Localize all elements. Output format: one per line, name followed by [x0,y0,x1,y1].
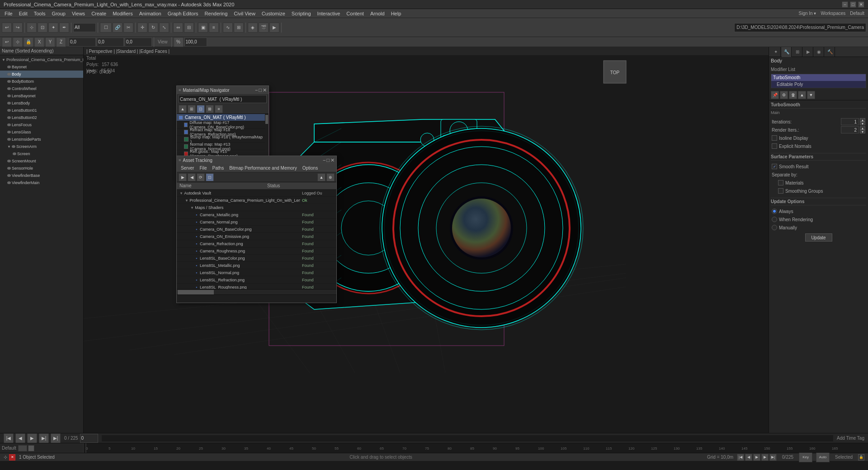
lasso-button[interactable]: ✦ [48,23,58,33]
sign-in[interactable]: Sign In ▾ [797,11,818,16]
asset-row-maps[interactable]: ▼ Maps / Shaders [177,204,336,211]
tb2-btn3[interactable]: 🔒 [24,37,33,47]
next-frame-button[interactable]: ▶| [39,433,49,443]
menu-file[interactable]: File [2,10,15,17]
scale-input[interactable] [184,38,207,47]
asset-menu-server[interactable]: Server [179,165,196,171]
auto-key-btn[interactable]: Auto [816,452,830,462]
rp-tab-modify[interactable]: 🔧 [782,47,792,57]
rp-tab-motion[interactable]: ▶ [803,47,813,57]
explicit-checkbox[interactable] [772,143,777,149]
update-button[interactable]: Update [805,233,832,242]
default-workspace[interactable]: Default [848,11,866,16]
prev-frame-button[interactable]: ◀ [15,433,25,443]
iterations-value[interactable]: 1 [841,118,859,125]
asset-close-button[interactable]: ✕ [330,157,335,163]
asset-row-6[interactable]: ▪ Lens8SL_BaseColor.png Found [177,255,336,262]
rp-tab-create[interactable]: ✦ [771,47,781,57]
playback-btn4[interactable]: ▶ [761,454,769,461]
rp-tab-utilities[interactable]: 🔨 [825,47,835,57]
tree-item-bodybottom[interactable]: BodyBottom [0,78,83,85]
menu-interactive[interactable]: Interactive [315,10,343,17]
nav-btn-2[interactable]: ⊞ [188,105,196,113]
close-selection-btn[interactable]: ✕ [9,454,15,461]
riters-down-btn[interactable]: ▼ [860,130,865,133]
go-end-button[interactable]: ▶| [51,433,61,443]
iter-down-btn[interactable]: ▼ [860,122,865,125]
menu-scripting[interactable]: Scripting [289,10,314,17]
tree-item-screenarm[interactable]: ▼ ScreenArm [0,143,83,150]
nav-btn-4[interactable]: ⊠ [206,105,214,113]
mirror-button[interactable]: ⇔ [173,23,183,33]
when-rendering-radio[interactable] [772,217,777,222]
tree-item-lensinsideparts[interactable]: LensInsideParts [0,136,83,143]
tb2-btn5[interactable]: Y [45,37,55,47]
menu-views[interactable]: Views [69,10,88,17]
nav-btn-5[interactable]: ≡ [215,105,223,113]
maximize-dialog-button[interactable]: □ [259,87,262,93]
smooth-result-checkbox[interactable] [772,164,777,169]
tree-item-viewfinderbase[interactable]: ViewfinderBase [0,172,83,179]
tree-item-bayonet[interactable]: Bayonet [0,63,83,71]
asset-menu-paths[interactable]: Paths [210,165,226,171]
z-coord[interactable] [125,38,152,47]
manually-radio[interactable] [772,225,777,230]
align-button[interactable]: ⊟ [184,23,194,33]
asset-row-10[interactable]: ▪ Lens8SL_Roughness.png Found [177,284,336,289]
iter-up-btn[interactable]: ▲ [860,118,865,122]
menu-animation[interactable]: Animation [137,10,164,17]
mod-up-btn[interactable]: ▲ [798,91,806,99]
tree-item-lensbayonet[interactable]: LensBayonet [0,92,83,100]
asset-row-7[interactable]: ▪ Lens8SL_Metallic.png Found [177,262,336,269]
select-object-button[interactable]: ☐ [100,23,112,33]
always-radio[interactable] [772,209,777,214]
unlink-button[interactable]: ✂ [123,23,133,33]
tree-item-body[interactable]: Body [0,71,83,78]
nav-btn-1[interactable]: ▲ [179,105,187,113]
asset-scrollbar-h[interactable] [177,289,336,294]
menu-rendering[interactable]: Rendering [202,10,231,17]
tree-item-lensglass[interactable]: LensGlass [0,128,83,136]
tree-item-viewfindermain[interactable]: ViewfinderMain [0,179,83,186]
smoothing-groups-checkbox[interactable] [778,188,783,194]
asset-row-1[interactable]: ▪ Camera_Normal.png Found [177,218,336,226]
tb2-btn4[interactable]: X [34,37,44,47]
menu-help[interactable]: Help [388,10,404,17]
mod-delete-btn[interactable]: 🗑 [789,91,797,99]
riters-up-btn[interactable]: ▲ [860,126,865,130]
asset-maximize-button[interactable]: □ [326,157,330,163]
isoline-checkbox[interactable] [772,135,777,141]
menu-civil-view[interactable]: Civil View [231,10,258,17]
asset-row-3[interactable]: ▪ Camera_ON_Emissive.png Found [177,233,336,240]
modifier-editable-poly[interactable]: Editable Poly [771,81,866,88]
rp-tab-hierarchy[interactable]: ⊞ [793,47,802,57]
material-editor-button[interactable]: ◈ [248,23,258,33]
move-button[interactable]: ✛ [137,23,147,33]
render-button[interactable]: ▶ [269,23,279,33]
timeline-ruler[interactable]: Default 0 5 10 15 20 25 30 35 40 45 50 5… [0,443,868,453]
asset-menu-options[interactable]: Options [300,165,320,171]
lock-selection-btn[interactable]: 🔒 [858,454,864,461]
redo-button[interactable]: ↪ [13,23,23,33]
manage-layers-button[interactable]: ▣ [198,23,208,33]
playback-btn1[interactable]: |◀ [737,454,744,461]
tree-item-lensfocus[interactable]: LensFocus [0,121,83,128]
asset-row-maxfile[interactable]: ▼ Professional_Cinema_Camera_Premium_Lig… [177,197,336,204]
key-mode-btn[interactable]: Key [799,452,812,462]
asset-row-2[interactable]: ▪ Camera_ON_BaseColor.png Found [177,226,336,233]
ribbon-button[interactable]: ≡ [209,23,219,33]
x-coord[interactable] [69,38,96,47]
menu-arnold[interactable]: Arnold [368,10,387,17]
tb2-btn1[interactable]: ↩ [2,37,12,47]
asset-tb-btn2[interactable]: ◀ [188,173,196,181]
paint-select-button[interactable]: ✒ [59,23,69,33]
materials-checkbox[interactable] [778,180,783,185]
y-coord[interactable] [97,38,124,47]
menu-tools[interactable]: Tools [31,10,48,17]
asset-tb-btn5[interactable]: ▲ [317,173,326,181]
tree-item-screenmount[interactable]: ScreenMount [0,157,83,165]
play-button[interactable]: ▶ [27,433,37,443]
tree-item-lensbutton01[interactable]: LensButton01 [0,107,83,114]
scale-button[interactable]: ⤡ [159,23,169,33]
minimize-dialog-button[interactable]: − [255,87,258,93]
